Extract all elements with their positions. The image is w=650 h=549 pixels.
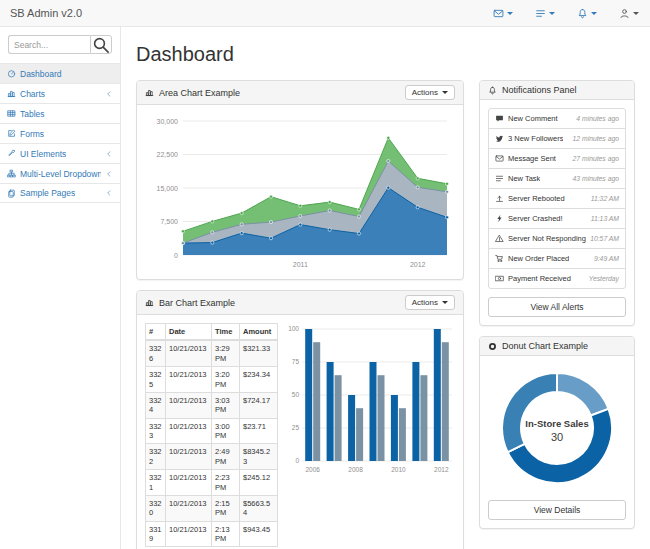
alerts-dropdown[interactable] xyxy=(566,0,608,26)
bar-chart-icon xyxy=(145,298,154,307)
area-actions-button[interactable]: Actions xyxy=(405,85,455,100)
bell-icon xyxy=(488,86,497,95)
bar xyxy=(434,329,441,461)
sidebar-item-charts[interactable]: Charts xyxy=(0,83,120,103)
notification-item-payment-received[interactable]: Payment ReceivedYesterday xyxy=(488,268,626,289)
chevron-left-icon xyxy=(105,189,113,197)
warning-icon xyxy=(495,234,504,243)
caret-down-icon xyxy=(507,12,513,15)
sidebar-item-ui-elements[interactable]: UI Elements xyxy=(0,143,120,163)
view-details-button[interactable]: View Details xyxy=(488,500,626,520)
chevron-left-icon xyxy=(105,90,113,98)
panel-title: Notifications Panel xyxy=(502,85,577,95)
table-cell: 10/21/2013 xyxy=(166,521,212,547)
bar xyxy=(378,375,385,461)
edit-icon xyxy=(7,129,16,138)
notification-item-3-new-followers[interactable]: 3 New Followers12 minutes ago xyxy=(488,128,626,149)
transactions-table: #DateTimeAmount332610/21/20133:29 PM$321… xyxy=(145,323,278,547)
messages-dropdown[interactable] xyxy=(482,0,524,26)
bar-chart-icon xyxy=(7,89,16,98)
user-dropdown[interactable] xyxy=(608,0,650,26)
area-chart-svg: 07,50015,00022,50030,00020112012 xyxy=(145,113,455,271)
sidebar-item-dashboard[interactable]: Dashboard xyxy=(0,63,120,83)
sidebar-item-tables[interactable]: Tables xyxy=(0,103,120,123)
table-row[interactable]: 332410/21/20133:03 PM$724.17 xyxy=(146,392,278,418)
table-row[interactable]: 331910/21/20132:13 PM$943.45 xyxy=(146,521,278,547)
notification-item-server-rebooted[interactable]: Server Rebooted11:32 AM xyxy=(488,188,626,209)
search-button[interactable] xyxy=(90,35,112,54)
view-all-alerts-button[interactable]: View All Alerts xyxy=(488,297,626,317)
bar xyxy=(442,342,449,461)
top-navbar: SB Admin v2.0 xyxy=(0,0,650,27)
table-row[interactable]: 332210/21/20132:49 PM$8345.23 xyxy=(146,444,278,470)
bar xyxy=(356,408,363,461)
notification-label: Message Sent xyxy=(508,154,556,163)
notification-item-new-comment[interactable]: New Comment4 minutes ago xyxy=(488,108,626,129)
table-cell: $23.71 xyxy=(240,418,278,444)
notification-item-message-sent[interactable]: Message Sent27 minutes ago xyxy=(488,148,626,169)
search-input[interactable] xyxy=(8,35,90,54)
table-cell: 3320 xyxy=(146,495,166,521)
svg-text:75: 75 xyxy=(292,358,300,365)
table-cell: 10/21/2013 xyxy=(166,392,212,418)
bolt-icon xyxy=(495,214,504,223)
table-icon xyxy=(7,109,16,118)
notification-time: 10:57 AM xyxy=(590,235,619,242)
svg-text:2011: 2011 xyxy=(293,261,308,268)
envelope-icon xyxy=(495,154,504,163)
sidebar-item-multi-level-dropdown[interactable]: Multi-Level Dropdown xyxy=(0,163,120,183)
donut-chart-svg: In-Store Sales30 xyxy=(493,364,621,492)
notification-item-new-task[interactable]: New Task43 minutes ago xyxy=(488,168,626,189)
bar xyxy=(399,408,406,461)
sidebar-item-sample-pages[interactable]: Sample Pages xyxy=(0,183,120,203)
notifications-panel-heading: Notifications Panel xyxy=(480,81,634,100)
donut-segment[interactable] xyxy=(557,373,609,416)
table-row[interactable]: 332510/21/20133:20 PM$234.34 xyxy=(146,367,278,393)
notification-item-server-crashed[interactable]: Server Crashed!11:13 AM xyxy=(488,208,626,229)
caret-down-icon xyxy=(549,12,555,15)
table-header: # xyxy=(146,324,166,341)
table-header: Date xyxy=(166,324,212,341)
sidebar: DashboardChartsTablesFormsUI ElementsMul… xyxy=(0,27,121,549)
bar xyxy=(412,362,419,461)
notification-item-new-order-placed[interactable]: New Order Placed9:49 AM xyxy=(488,248,626,269)
table-cell: 3322 xyxy=(146,444,166,470)
cart-icon xyxy=(495,254,504,263)
table-row[interactable]: 332010/21/20132:15 PM$5663.54 xyxy=(146,495,278,521)
table-row[interactable]: 332610/21/20133:29 PM$321.33 xyxy=(146,340,278,366)
table-cell: $321.33 xyxy=(240,340,278,366)
bar-chart-icon xyxy=(145,88,154,97)
svg-text:2012: 2012 xyxy=(434,466,449,473)
table-cell: 2:15 PM xyxy=(212,495,240,521)
money-icon xyxy=(495,274,504,283)
chevron-left-icon xyxy=(105,150,113,158)
notification-time: 4 minutes ago xyxy=(576,115,619,122)
brand-link[interactable]: SB Admin v2.0 xyxy=(0,7,92,19)
table-cell: 3324 xyxy=(146,392,166,418)
chevron-left-icon xyxy=(105,170,113,178)
svg-text:2008: 2008 xyxy=(348,466,363,473)
notification-item-server-not-responding[interactable]: Server Not Responding10:57 AM xyxy=(488,228,626,249)
sidebar-nav: DashboardChartsTablesFormsUI ElementsMul… xyxy=(0,63,120,203)
table-row[interactable]: 332110/21/20132:23 PM$245.12 xyxy=(146,470,278,496)
user-icon xyxy=(619,8,630,19)
tasks-dropdown[interactable] xyxy=(524,0,566,26)
caret-down-icon xyxy=(442,301,448,304)
panel-title: Area Chart Example xyxy=(159,88,240,98)
search-icon xyxy=(91,35,111,55)
caret-down-icon xyxy=(633,12,639,15)
table-cell: 3319 xyxy=(146,521,166,547)
donut-chart: In-Store Sales30 xyxy=(488,364,626,492)
bar-actions-button[interactable]: Actions xyxy=(405,295,455,310)
bar xyxy=(420,375,427,461)
table-cell: 2:49 PM xyxy=(212,444,240,470)
table-cell: 3:03 PM xyxy=(212,392,240,418)
donut-segment[interactable] xyxy=(502,373,557,452)
table-cell: 3325 xyxy=(146,367,166,393)
sidebar-item-forms[interactable]: Forms xyxy=(0,123,120,143)
svg-text:22,500: 22,500 xyxy=(157,151,179,158)
table-row[interactable]: 332310/21/20133:00 PM$23.71 xyxy=(146,418,278,444)
table-cell: 3326 xyxy=(146,340,166,366)
donut-chart-icon xyxy=(488,342,497,351)
tasks-icon xyxy=(495,174,504,183)
